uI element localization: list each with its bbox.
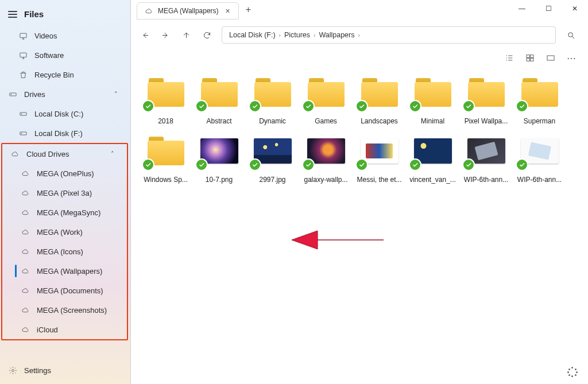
back-button[interactable] [136,26,154,44]
svg-rect-11 [531,55,533,58]
sidebar-item-label: MEGA (Documents) [37,286,103,295]
svg-point-8 [11,369,14,371]
sidebar-item-cloud[interactable]: MEGA (Documents) [2,281,127,300]
drives-label: Drives [24,90,45,99]
sidebar-item-label: Recycle Bin [34,71,74,79]
svg-rect-12 [527,59,529,61]
hamburger-icon[interactable] [8,11,17,18]
sidebar-item[interactable]: Software [0,45,130,65]
sidebar-item[interactable]: Videos [0,26,130,45]
sidebar-header: Files [0,0,130,26]
sidebar-item-cloud[interactable]: MEGA (OnePlus) [2,164,127,183]
sync-check-icon [462,158,475,171]
item-label: 2997.jpg [259,171,285,184]
refresh-button[interactable] [198,26,216,44]
svg-rect-1 [20,53,26,57]
cloud-icon [21,188,30,197]
chevron-up-icon: ˄ [114,91,118,98]
cloud-icon [21,266,30,276]
folder-item[interactable]: Pixel Wallpa... [459,72,513,127]
close-button[interactable]: ✕ [562,0,588,17]
file-item[interactable]: 2997.jpg [246,131,299,186]
up-button[interactable] [177,26,195,44]
item-label: Pixel Wallpa... [465,113,508,125]
sync-check-icon [195,100,208,113]
view-list-icon[interactable] [504,53,514,63]
file-item[interactable]: WIP-6th-ann... [513,131,566,186]
minimize-button[interactable]: — [509,0,535,17]
sidebar-item-label: MEGA (OnePlus) [37,169,94,178]
breadcrumb-part[interactable]: Pictures [284,31,310,39]
sidebar-item-drive[interactable]: Local Disk (F:) [0,123,130,143]
view-tiles-icon[interactable] [546,53,556,63]
more-icon[interactable]: ⋯ [566,53,577,63]
item-label: Landscapes [361,113,398,125]
tab-label: MEGA (Wallpapers) [158,7,219,15]
folder-item[interactable]: Abstract [192,72,246,127]
item-label: vincent_van_... [409,171,456,184]
sidebar-item-cloud[interactable]: MEGA (Icons) [2,242,127,261]
sync-check-icon [462,100,475,113]
breadcrumb-part[interactable]: Wallpapers [319,31,354,39]
sidebar-item-cloud[interactable]: MEGA (Wallpapers) [2,261,127,281]
sidebar-item-label: MEGA (Icons) [37,247,83,256]
file-item[interactable]: galaxy-wallp... [299,131,353,186]
sidebar-item[interactable]: Recycle Bin [0,65,130,84]
tab-close-icon[interactable]: × [223,6,233,15]
view-detail-icon[interactable] [525,53,535,63]
cloud-icon [21,208,30,217]
sidebar-item-cloud[interactable]: MEGA (Pixel 3a) [2,183,127,203]
svg-point-5 [21,114,21,114]
titlebar: MEGA (Wallpapers) × + — ☐ ✕ [131,0,588,20]
file-item[interactable]: vincent_van_... [406,131,459,186]
sidebar-group-drives[interactable]: Drives ˄ [0,84,130,104]
folder-item[interactable]: Windows Sp... [139,131,192,186]
file-grid: 2018AbstractDynamicGamesLandscapesMinima… [131,67,588,384]
main-area: MEGA (Wallpapers) × + — ☐ ✕ Local Disk (… [131,0,588,384]
breadcrumb-part[interactable]: Local Disk (F:) [229,31,276,39]
file-item[interactable]: 10-7.png [192,131,246,186]
cloud-icon [144,6,153,15]
sidebar-group-cloud[interactable]: Cloud Drives ˄ [2,144,127,164]
item-label: Superman [524,113,555,125]
folder-item[interactable]: Landscapes [353,72,406,127]
settings-label: Settings [24,366,51,375]
drive-icon [8,90,17,99]
sidebar-item-cloud[interactable]: MEGA (MegaSync) [2,203,127,222]
sidebar-settings[interactable]: Settings [0,358,130,384]
item-label: 10-7.png [206,171,233,184]
chevron-up-icon: ˄ [111,150,114,158]
folder-item[interactable]: 2018 [139,72,192,127]
maximize-button[interactable]: ☐ [535,0,562,17]
new-tab-button[interactable]: + [239,0,258,20]
annotation-highlight-box: Cloud Drives ˄ MEGA (OnePlus)MEGA (Pixel… [1,143,128,340]
sidebar-item-cloud[interactable]: MEGA (Work) [2,222,127,242]
view-toolbar: ⋯ [131,51,588,67]
sync-check-icon [355,100,368,113]
folder-item[interactable]: Superman [513,72,566,127]
svg-point-9 [568,32,572,37]
svg-rect-0 [20,33,26,38]
folder-item[interactable]: Games [299,72,353,127]
search-button[interactable] [560,25,581,45]
folder-item[interactable]: Dynamic [246,72,299,127]
folder-item[interactable]: Minimal [406,72,459,127]
tab-active[interactable]: MEGA (Wallpapers) × [137,2,239,20]
breadcrumb[interactable]: Local Disk (F:)› Pictures› Wallpapers› [222,26,556,44]
sidebar-item-label: MEGA (Work) [37,228,83,236]
drive-icon [18,109,28,118]
sidebar-item-drive[interactable]: Local Disk (C:) [0,104,130,123]
sync-check-icon [195,158,208,171]
sidebar-item-cloud[interactable]: MEGA (Screenshots) [2,300,127,320]
sync-check-icon [142,100,154,113]
forward-button[interactable] [156,26,175,44]
chevron-right-icon: › [358,32,359,38]
sidebar-item-cloud[interactable]: iCloud [2,320,127,339]
sidebar-item-label: MEGA (Pixel 3a) [37,189,92,197]
file-item[interactable]: Messi, the et... [353,131,406,186]
trash-icon [18,70,28,79]
sidebar-list: VideosSoftwareRecycle Bin Drives ˄ Local… [0,26,130,358]
file-item[interactable]: WIP-6th-ann... [459,131,513,186]
sync-check-icon [249,158,261,171]
window-controls: — ☐ ✕ [509,0,588,17]
